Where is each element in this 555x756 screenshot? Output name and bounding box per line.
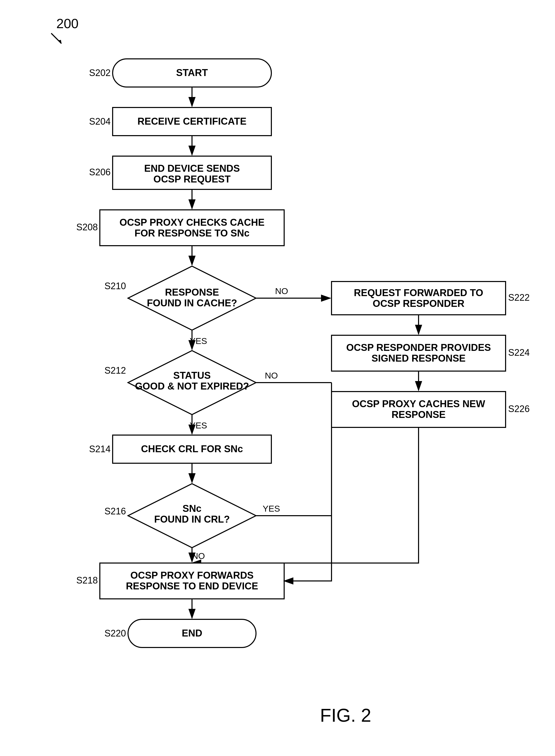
s206-label-2: OCSP REQUEST: [153, 174, 230, 184]
s210-ref: S210: [104, 281, 126, 291]
s218-label-2: RESPONSE TO END DEVICE: [126, 581, 258, 591]
s220-ref: S220: [104, 628, 126, 638]
no-crl-label: NO: [192, 551, 205, 561]
yes-cache-label: YES: [190, 336, 207, 346]
s206-label-1: END DEVICE SENDS: [144, 163, 240, 174]
no-cache-label: NO: [275, 286, 288, 296]
fig-label: FIG. 2: [320, 705, 371, 725]
s226-label-1: OCSP PROXY CACHES NEW: [352, 398, 485, 409]
s216-label-2: FOUND IN CRL?: [154, 514, 230, 525]
s224-label-1: OCSP RESPONDER PROVIDES: [346, 342, 491, 353]
s208-label-2: FOR RESPONSE TO SNc: [134, 228, 249, 238]
s216-label-1: SNc: [182, 503, 202, 514]
s208-label-1: OCSP PROXY CHECKS CACHE: [120, 217, 265, 228]
s218-label-1: OCSP PROXY FORWARDS: [130, 570, 253, 581]
s210-label-2: FOUND IN CACHE?: [147, 298, 237, 308]
s202-ref: S202: [89, 68, 111, 78]
s208-ref: S208: [76, 222, 98, 232]
s214-ref: S214: [89, 444, 111, 454]
start-label: START: [176, 67, 208, 78]
svg-marker-1: [58, 40, 61, 44]
s222-ref: S222: [508, 292, 530, 303]
s216-ref: S216: [104, 506, 126, 517]
diagram-ref: 200: [56, 16, 79, 31]
yes-status-label: YES: [190, 420, 207, 430]
s224-label-2: SIGNED RESPONSE: [372, 353, 465, 364]
flowchart-diagram: 200 START S202 RECEIVE CERTIFICATE S204 …: [0, 0, 555, 756]
s224-ref: S224: [508, 347, 530, 358]
yes-crl-label: YES: [263, 504, 280, 514]
s222-label-1: REQUEST FORWARDED TO: [354, 287, 483, 298]
s212-ref: S212: [104, 365, 126, 376]
no-status-label: NO: [265, 370, 278, 380]
s212-label-2: GOOD & NOT EXPIRED?: [135, 381, 249, 392]
s220-label: END: [182, 628, 202, 638]
s204-label: RECEIVE CERTIFICATE: [137, 116, 247, 127]
s210-label-1: RESPONSE: [165, 287, 219, 298]
s226-ref: S226: [508, 404, 530, 414]
s214-label: CHECK CRL FOR SNc: [141, 444, 243, 454]
s226-label-2: RESPONSE: [391, 409, 445, 420]
s206-ref: S206: [89, 167, 111, 177]
s218-ref: S218: [76, 575, 98, 585]
s212-label-1: STATUS: [173, 370, 211, 381]
s204-ref: S204: [89, 116, 111, 127]
s222-label-2: OCSP RESPONDER: [373, 298, 464, 309]
